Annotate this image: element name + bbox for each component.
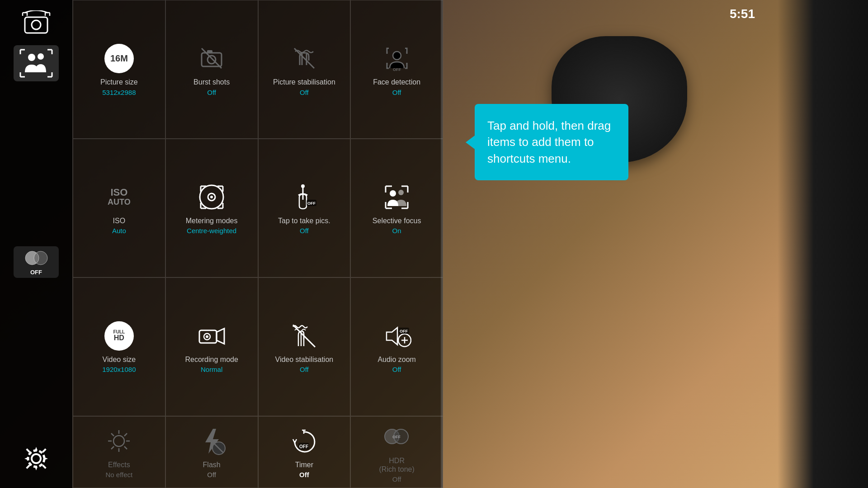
hdr-value: Off	[392, 475, 401, 483]
timer-value: Off	[299, 471, 309, 479]
settings-grid: 16M Picture size 5312x2988 Burst shots O…	[72, 0, 443, 488]
selective-focus-icon	[381, 181, 413, 213]
svg-point-24	[398, 190, 404, 195]
face-detection-icon: OFF	[381, 42, 413, 74]
recording-mode-title: Recording mode	[185, 355, 238, 364]
picture-size-cell[interactable]: 16M Picture size 5312x2988	[73, 0, 165, 139]
audio-zoom-value: Off	[392, 366, 401, 373]
burst-shots-icon	[196, 42, 227, 74]
video-size-cell[interactable]: FULL HD Video size 868x488	[73, 277, 165, 416]
tap-to-take-cell[interactable]: OFF Tap to take pics. Off	[258, 139, 351, 277]
svg-line-42	[124, 433, 127, 436]
effects-value: No effect	[105, 471, 132, 479]
video-stabilisation-icon	[288, 320, 320, 352]
video-size-value: 868x488	[102, 366, 136, 373]
tap-to-take-title: Tap to take pics.	[278, 216, 330, 225]
svg-point-9	[28, 450, 44, 467]
burst-shots-title: Burst shots	[193, 78, 230, 86]
selective-focus-title: Selective focus	[373, 216, 421, 225]
sidebar: OFF	[0, 0, 72, 488]
burst-shots-cell[interactable]: Burst shots Off	[165, 0, 258, 139]
effects-title: Effects	[108, 460, 130, 469]
effects-icon	[103, 425, 135, 457]
picture-stabilisation-icon	[288, 42, 320, 74]
flash-icon	[196, 425, 227, 457]
flash-title: Flash	[203, 460, 221, 469]
svg-point-23	[390, 190, 396, 197]
recording-mode-value: Normal	[201, 366, 222, 373]
effects-cell[interactable]: Effects No effect	[73, 416, 165, 488]
iso-icon: ISO AUTO	[103, 181, 135, 213]
iso-value: Auto	[112, 227, 126, 235]
timer-icon: OFF	[288, 425, 320, 457]
face-detection-value: Off	[392, 89, 401, 96]
picture-stabilisation-title: Picture stabilisation	[273, 78, 335, 86]
video-size-icon: FULL HD	[103, 320, 135, 352]
timer-cell[interactable]: OFF Timer Off	[258, 416, 351, 488]
iso-cell[interactable]: ISO AUTO ISO Auto	[73, 139, 165, 277]
burst-shots-value: Off	[207, 89, 216, 96]
picture-size-title: Picture size	[100, 78, 138, 86]
svg-text:OFF: OFF	[307, 201, 316, 206]
picture-size-icon: 16M	[103, 42, 135, 74]
metering-modes-value: Centre-weighted	[187, 227, 236, 235]
recording-mode-icon	[196, 320, 227, 352]
tap-to-take-value: Off	[300, 227, 309, 235]
svg-point-35	[113, 436, 124, 446]
video-stabilisation-title: Video stabilisation	[275, 355, 334, 364]
phone-decoration	[778, 0, 868, 488]
overlay-toggle-button[interactable]: OFF	[14, 246, 59, 278]
video-stabilisation-cell[interactable]: Video stabilisation Off	[258, 277, 351, 416]
face-detection-title: Face detection	[373, 78, 420, 86]
audio-zoom-cell[interactable]: OFF Audio zoom Off	[350, 277, 443, 416]
face-detect-button[interactable]	[14, 45, 59, 81]
flash-cell[interactable]: Flash Off	[165, 416, 258, 488]
hdr-icon: OFF	[381, 421, 413, 453]
svg-line-41	[124, 446, 127, 449]
timer-title: Timer	[295, 460, 313, 469]
svg-point-2	[28, 54, 35, 61]
svg-point-1	[32, 20, 41, 29]
metering-modes-cell[interactable]: Metering modes Centre-weighted	[165, 139, 258, 277]
picture-stabilisation-value: Off	[300, 89, 309, 96]
flash-value: Off	[207, 471, 216, 479]
face-detection-cell[interactable]: OFF Face detection Off	[350, 0, 443, 139]
svg-text:OFF: OFF	[400, 329, 408, 333]
hdr-cell[interactable]: OFF HDR (Rich tone) Off	[350, 416, 443, 488]
switch-camera-button[interactable]	[18, 9, 54, 36]
overlay-off-label: OFF	[30, 269, 42, 276]
selective-focus-cell[interactable]: Selective focus On	[350, 139, 443, 277]
tooltip-text: Tap and hold, then drag items to add the…	[487, 119, 611, 165]
metering-modes-title: Metering modes	[186, 216, 238, 225]
svg-point-20	[301, 184, 305, 188]
svg-rect-12	[207, 50, 212, 53]
svg-point-15	[393, 52, 401, 60]
picture-stabilisation-cell[interactable]: Picture stabilisation Off	[258, 0, 351, 139]
recording-mode-cell[interactable]: Recording mode Normal	[165, 277, 258, 416]
svg-line-40	[111, 433, 114, 436]
video-stabilisation-value: Off	[300, 366, 309, 373]
audio-zoom-icon: OFF	[381, 320, 413, 352]
svg-line-43	[111, 446, 114, 449]
svg-text:OFF: OFF	[392, 435, 401, 439]
settings-button[interactable]	[20, 443, 52, 474]
shortcut-tooltip: Tap and hold, then drag items to add the…	[475, 104, 628, 180]
svg-point-28	[206, 335, 208, 338]
svg-rect-0	[25, 17, 47, 33]
selective-focus-value: On	[392, 227, 401, 235]
svg-text:OFF: OFF	[299, 444, 308, 449]
time-display: 5:51	[730, 7, 755, 21]
svg-point-8	[32, 454, 41, 463]
svg-point-3	[38, 53, 44, 60]
tap-to-take-icon: OFF	[288, 181, 320, 213]
metering-modes-icon	[196, 181, 227, 213]
picture-size-value: 5312x2988	[102, 89, 136, 96]
audio-zoom-title: Audio zoom	[377, 355, 416, 364]
scroll-divider	[441, 0, 443, 488]
svg-point-19	[210, 196, 213, 198]
iso-title: ISO	[113, 216, 126, 225]
svg-marker-26	[217, 328, 224, 344]
hdr-title: HDR (Rich tone)	[379, 456, 415, 474]
svg-point-11	[208, 56, 216, 64]
svg-text:OFF: OFF	[393, 67, 401, 72]
